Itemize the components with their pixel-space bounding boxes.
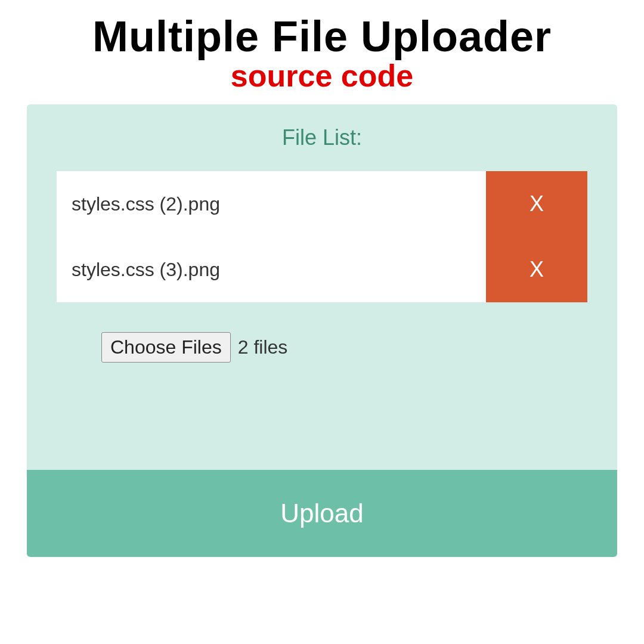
file-name: styles.css (2).png	[57, 171, 486, 237]
remove-file-button[interactable]: X	[486, 237, 587, 302]
file-count-label: 2 files	[238, 336, 288, 358]
remove-file-button[interactable]: X	[486, 171, 587, 237]
uploader-panel: File List: styles.css (2).png X styles.c…	[27, 104, 617, 557]
spacer	[57, 363, 587, 440]
page-title: Multiple File Uploader	[0, 12, 644, 61]
file-row: styles.css (3).png X	[57, 237, 587, 302]
header: Multiple File Uploader source code	[0, 0, 644, 94]
file-list-section: File List: styles.css (2).png X styles.c…	[27, 104, 617, 470]
file-row: styles.css (2).png X	[57, 171, 587, 237]
choose-files-button[interactable]: Choose Files	[101, 332, 231, 363]
file-list-title: File List:	[57, 125, 587, 150]
page-subtitle: source code	[0, 58, 644, 94]
file-input-row: Choose Files 2 files	[101, 332, 587, 363]
file-list: styles.css (2).png X styles.css (3).png …	[57, 171, 587, 302]
upload-button[interactable]: Upload	[27, 470, 617, 557]
file-name: styles.css (3).png	[57, 237, 486, 302]
